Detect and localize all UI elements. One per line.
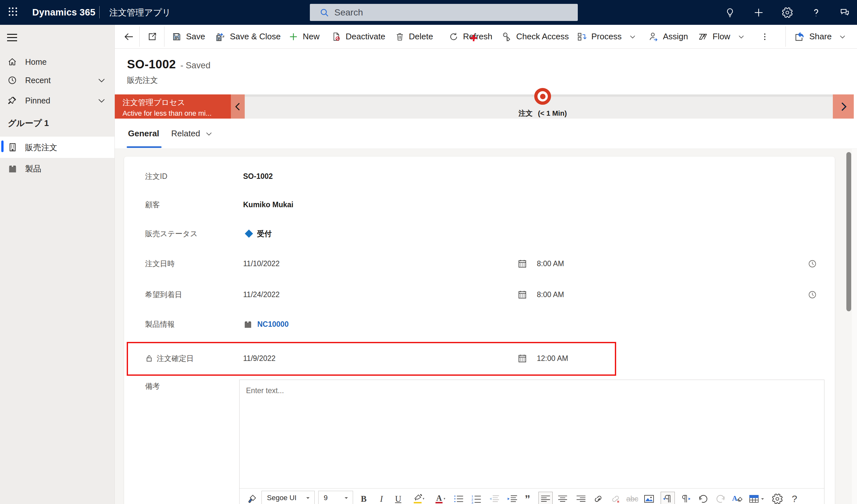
sidebar-item-products[interactable]: 製品 <box>0 158 115 179</box>
top-navigation-bar: Dynamics 365 注文管理アプリ <box>0 0 857 25</box>
global-search-box[interactable] <box>310 4 578 21</box>
tab-related[interactable]: Related <box>171 119 213 149</box>
outdent-icon[interactable] <box>488 492 501 504</box>
plus-icon[interactable] <box>753 7 764 18</box>
align-left-icon[interactable] <box>538 492 553 504</box>
strikethrough-icon[interactable]: abc <box>626 492 639 504</box>
share-button[interactable]: Share <box>794 25 846 48</box>
app-launcher-waffle-icon[interactable] <box>8 6 18 17</box>
format-painter-icon[interactable] <box>246 492 258 504</box>
process-button[interactable]: Process <box>576 25 637 48</box>
app-name[interactable]: 注文管理アプリ <box>109 0 171 25</box>
timezone-clock-icon[interactable] <box>808 290 817 299</box>
bold-icon[interactable]: B <box>357 492 370 504</box>
hamburger-menu-icon[interactable] <box>7 34 17 41</box>
lightbulb-icon[interactable] <box>724 7 736 18</box>
bpf-active-stage[interactable]: 注文管理プロセス Active for less than one mi... <box>115 94 231 119</box>
search-input[interactable] <box>334 7 560 18</box>
field-value[interactable]: SO-1002 <box>243 172 273 181</box>
scrollbar-thumb[interactable] <box>846 152 851 311</box>
undo-icon[interactable] <box>697 492 710 504</box>
editor-help-icon[interactable]: ? <box>788 492 801 504</box>
bpf-stage-label[interactable]: 注文 (< 1 Min) <box>478 109 607 118</box>
sidebar-item-pinned[interactable]: Pinned <box>0 91 115 110</box>
deactivate-icon <box>332 32 341 41</box>
italic-icon[interactable]: I <box>375 492 388 504</box>
link-icon[interactable] <box>592 492 605 504</box>
new-button[interactable]: New <box>289 25 320 48</box>
bpf-next-stage-button[interactable] <box>833 94 854 119</box>
flow-button[interactable]: Flow <box>698 25 745 48</box>
image-icon[interactable] <box>643 492 655 504</box>
chevron-down-icon[interactable] <box>96 75 107 85</box>
sidebar-item-recent[interactable]: Recent <box>0 71 115 90</box>
underline-icon[interactable]: U <box>392 492 405 504</box>
numbered-list-icon[interactable]: 1 2 3 <box>470 492 483 504</box>
sidebar-item-home[interactable]: Home <box>0 53 115 71</box>
paragraph-ltr-icon[interactable] <box>661 492 675 504</box>
field-value[interactable]: 受付 <box>243 229 272 239</box>
font-size-combo[interactable]: 9 <box>318 491 353 504</box>
field-time-value[interactable]: 8:00 AM <box>537 290 564 299</box>
sidebar-item-label: Home <box>25 57 47 67</box>
align-center-icon[interactable] <box>556 492 569 504</box>
notes-rich-text-editor[interactable]: Enter text... Segoe UI <box>239 380 824 504</box>
redo-icon[interactable] <box>714 492 727 504</box>
tab-general-label: General <box>128 128 159 139</box>
bpf-collapse-button[interactable] <box>231 94 245 119</box>
table-icon[interactable] <box>748 492 766 504</box>
calendar-icon[interactable] <box>518 259 527 268</box>
paragraph-rtl-icon[interactable] <box>679 492 692 504</box>
field-date-value[interactable]: 11/10/2022 <box>243 259 280 268</box>
delete-button[interactable]: Delete <box>395 25 433 48</box>
clear-format-icon[interactable]: A <box>730 492 743 504</box>
feedback-icon[interactable] <box>839 7 850 18</box>
calendar-icon[interactable] <box>518 353 527 363</box>
deactivate-button[interactable]: Deactivate <box>332 25 385 48</box>
bullet-list-icon[interactable] <box>452 492 465 504</box>
status-diamond-icon <box>245 229 253 238</box>
sidebar-item-sales-orders[interactable]: 販売注文 <box>0 137 115 158</box>
new-plus-icon <box>289 32 298 41</box>
highlight-icon[interactable] <box>409 492 428 504</box>
assign-button[interactable]: Assign <box>648 25 688 48</box>
field-time-value[interactable]: 8:00 AM <box>537 259 564 268</box>
more-commands-button[interactable] <box>758 25 771 48</box>
field-customer: 顧客 Kumiko Mukai <box>124 195 835 214</box>
font-color-icon[interactable]: A <box>431 492 449 504</box>
check-access-button[interactable]: Check Access <box>501 25 569 48</box>
font-name-combo[interactable]: Segoe UI <box>262 491 315 504</box>
svg-text:A: A <box>732 494 737 502</box>
popout-record-button[interactable] <box>147 25 157 48</box>
field-label: 顧客 <box>145 200 160 210</box>
business-process-flow-bar: 注文管理プロセス Active for less than one mi... … <box>115 94 854 119</box>
calendar-icon[interactable] <box>518 290 527 299</box>
product-link[interactable]: NC10000 <box>257 320 289 329</box>
brand-title[interactable]: Dynamics 365 <box>32 0 96 25</box>
save-and-close-button[interactable]: Save & Close <box>215 25 281 48</box>
unlink-icon[interactable] <box>610 492 623 504</box>
field-date-value[interactable]: 11/9/2022 <box>243 354 276 363</box>
form-scroll-area: 注文ID SO-1002 顧客 Kumiko Mukai 販売ステータス 受付 … <box>115 149 857 504</box>
field-date-value[interactable]: 11/24/2022 <box>243 290 280 299</box>
chevron-down-icon <box>839 33 846 40</box>
blockquote-icon[interactable]: ” <box>521 492 534 504</box>
font-name-value: Segoe UI <box>267 494 297 502</box>
indent-icon[interactable] <box>506 492 519 504</box>
align-right-icon[interactable] <box>574 492 587 504</box>
help-icon[interactable] <box>810 7 822 18</box>
back-button[interactable] <box>123 25 135 48</box>
chevron-down-icon[interactable] <box>96 95 107 106</box>
home-icon <box>7 57 17 67</box>
bpf-stage-marker-icon[interactable] <box>534 88 551 105</box>
scrollbar-track <box>852 149 857 504</box>
refresh-button[interactable]: Refresh <box>449 25 492 48</box>
tab-general[interactable]: General <box>128 119 159 149</box>
editor-settings-icon[interactable] <box>771 492 784 504</box>
flow-icon <box>698 32 708 42</box>
field-value[interactable]: Kumiko Mukai <box>243 201 293 209</box>
gear-icon[interactable] <box>782 7 793 18</box>
field-time-value[interactable]: 12:00 AM <box>537 354 568 363</box>
save-button[interactable]: Save <box>172 25 205 48</box>
timezone-clock-icon[interactable] <box>808 259 817 268</box>
